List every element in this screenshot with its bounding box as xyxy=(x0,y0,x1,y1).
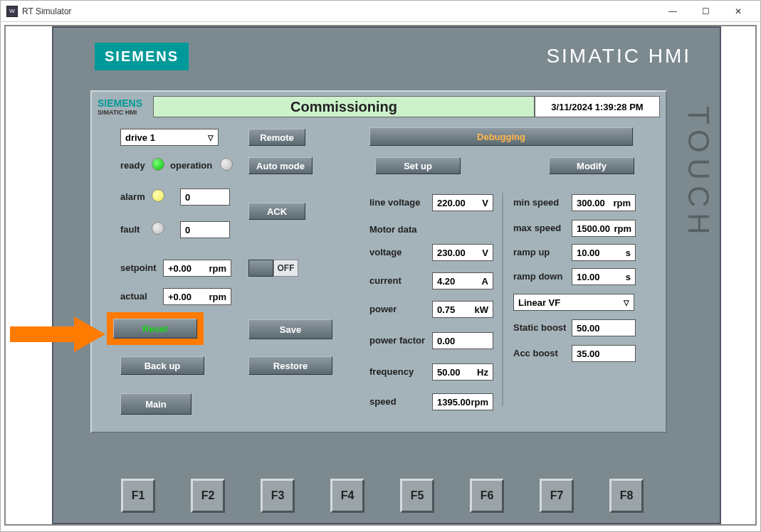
rampdown-field[interactable]: 10.00s xyxy=(572,268,636,285)
alarm-label: alarm xyxy=(120,191,145,202)
maximize-button[interactable]: ☐ xyxy=(689,1,722,22)
app-window: W RT Simulator — ☐ ✕ SIEMENS SIMATIC HMI… xyxy=(0,0,761,532)
ready-label: ready xyxy=(120,160,145,171)
svg-marker-0 xyxy=(10,316,105,352)
minspeed-field[interactable]: 300.00rpm xyxy=(572,194,636,211)
hmi-header: SIEMENS SIMATIC HMI xyxy=(53,28,720,85)
power-label: power xyxy=(369,304,397,314)
static-boost-label: Static boost xyxy=(513,322,566,333)
ack-button[interactable]: ACK xyxy=(248,203,305,220)
setpoint-toggle[interactable]: OFF xyxy=(248,260,298,277)
line-voltage-label: line voltage xyxy=(369,197,421,208)
stage: SIEMENS SIMATIC HMI TOUCH SIEMENS SIMATI… xyxy=(4,25,757,526)
static-boost-field[interactable]: 50.00 xyxy=(572,319,636,336)
f7-key[interactable]: F7 xyxy=(540,479,574,513)
simatic-hmi-label: SIMATIC HMI xyxy=(546,45,691,68)
line-voltage-field[interactable]: 220.00 V xyxy=(432,194,493,211)
minspeed-label: min speed xyxy=(513,197,559,208)
current-label: current xyxy=(369,275,402,286)
alarm-led xyxy=(152,189,164,202)
pf-field[interactable]: 0.00 xyxy=(432,332,493,349)
debugging-button[interactable]: Debugging xyxy=(369,127,633,146)
power-field[interactable]: 0.75kW xyxy=(432,301,493,318)
f3-key[interactable]: F3 xyxy=(261,479,295,513)
toggle-on-seg xyxy=(248,260,273,277)
fault-led xyxy=(152,222,164,235)
setpoint-field[interactable]: +0.00 rpm xyxy=(163,260,231,277)
freq-field[interactable]: 50.00Hz xyxy=(432,363,493,381)
window-title: RT Simulator xyxy=(22,6,72,16)
touch-label: TOUCH xyxy=(681,106,715,240)
panel-brand-siemens: SIEMENS xyxy=(98,97,153,109)
main-panel: SIEMENS SIMATIC HMI Commissioning 3/11/2… xyxy=(90,90,667,433)
rampdown-label: ramp down xyxy=(513,271,562,282)
f5-key[interactable]: F5 xyxy=(400,479,434,513)
backup-button[interactable]: Back up xyxy=(120,356,204,375)
reset-button[interactable]: Reset xyxy=(113,319,197,339)
auto-mode-button[interactable]: Auto mode xyxy=(248,157,313,174)
toggle-off-seg: OFF xyxy=(273,260,298,277)
freq-label: frequency xyxy=(369,366,414,377)
vf-mode-value: Linear VF xyxy=(518,297,560,308)
current-field[interactable]: 4.20A xyxy=(432,272,493,289)
callout-arrow-icon xyxy=(6,314,107,355)
panel-header: SIEMENS SIMATIC HMI Commissioning 3/11/2… xyxy=(98,96,660,117)
app-icon: W xyxy=(6,6,18,17)
drive-selector[interactable]: drive 1 ▽ xyxy=(120,129,219,146)
main-button[interactable]: Main xyxy=(120,393,191,415)
actual-field: +0.00 rpm xyxy=(163,288,231,305)
remote-button[interactable]: Remote xyxy=(248,129,305,146)
page-title: Commissioning xyxy=(153,96,535,117)
pf-label: power factor xyxy=(369,335,425,346)
datetime-display: 3/11/2024 1:39:28 PM xyxy=(535,96,660,117)
vf-mode-selector[interactable]: Linear VF ▽ xyxy=(513,294,634,311)
ready-led xyxy=(152,158,164,171)
voltage-label: voltage xyxy=(369,247,402,257)
vertical-divider xyxy=(502,193,503,406)
setup-button[interactable]: Set up xyxy=(375,157,461,174)
operation-label: operation xyxy=(170,160,212,171)
restore-button[interactable]: Restore xyxy=(248,356,332,375)
acc-boost-label: Acc boost xyxy=(513,348,558,358)
save-button[interactable]: Save xyxy=(248,319,332,339)
maxspeed-field[interactable]: 1500.00rpm xyxy=(572,220,636,237)
siemens-logo: SIEMENS xyxy=(95,43,189,70)
speed-field[interactable]: 1395.00rpm xyxy=(432,393,493,410)
f1-key[interactable]: F1 xyxy=(121,479,155,513)
modify-button[interactable]: Modify xyxy=(549,157,634,174)
titlebar: W RT Simulator — ☐ ✕ xyxy=(1,1,760,22)
fault-label: fault xyxy=(120,224,140,235)
f8-key[interactable]: F8 xyxy=(609,479,644,513)
f6-key[interactable]: F6 xyxy=(470,479,504,513)
hmi-bezel: SIEMENS SIMATIC HMI TOUCH SIEMENS SIMATI… xyxy=(52,26,721,524)
alarm-value-field[interactable]: 0 xyxy=(180,188,230,206)
chevron-down-icon: ▽ xyxy=(624,299,629,307)
function-keys-row: F1 F2 F3 F4 F5 F6 F7 F8 xyxy=(121,479,644,513)
minimize-button[interactable]: — xyxy=(656,1,689,22)
acc-boost-field[interactable]: 35.00 xyxy=(572,345,636,362)
reset-highlight: Reset xyxy=(107,312,204,345)
operation-led xyxy=(220,158,233,171)
panel-brand-simatic: SIMATIC HMI xyxy=(98,109,153,116)
chevron-down-icon: ▽ xyxy=(208,134,214,142)
setpoint-label: setpoint xyxy=(120,262,157,273)
maxspeed-label: max speed xyxy=(513,223,561,233)
f2-key[interactable]: F2 xyxy=(191,479,225,513)
actual-label: actual xyxy=(120,291,147,302)
f4-key[interactable]: F4 xyxy=(330,479,364,513)
rampup-label: ramp up xyxy=(513,247,550,257)
motor-data-heading: Motor data xyxy=(369,224,416,235)
rampup-field[interactable]: 10.00s xyxy=(572,244,636,261)
speed-label: speed xyxy=(369,396,397,407)
drive-selector-value: drive 1 xyxy=(125,132,155,143)
close-button[interactable]: ✕ xyxy=(722,1,755,22)
voltage-field[interactable]: 230.00V xyxy=(432,244,493,261)
fault-value-field[interactable]: 0 xyxy=(180,221,230,238)
